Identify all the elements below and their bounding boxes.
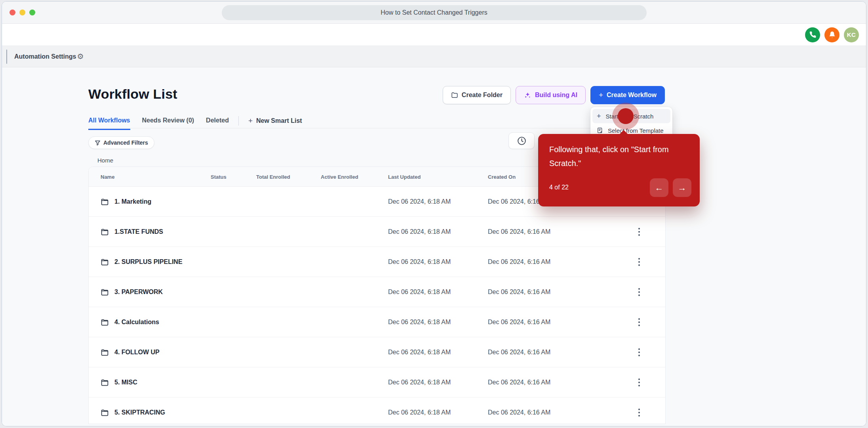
avatar-initials: KC [847,31,856,38]
created-on-value: Dec 06 2024, 6:16 AM [488,217,550,247]
tab-deleted[interactable]: Deleted [206,117,229,130]
create-workflow-button[interactable]: + Create Workflow [590,86,665,104]
row-actions-icon[interactable] [634,397,644,424]
last-updated-value: Dec 06 2024, 6:18 AM [388,367,451,397]
row-actions-icon[interactable] [634,367,644,397]
new-smart-list-label: New Smart List [256,117,302,124]
menu-item-label: Select from Template [608,127,664,134]
row-actions-icon[interactable] [634,277,644,307]
tab-bar: All Workflows Needs Review (0) Deleted +… [88,113,665,128]
tooltip-text: Following that, click on "Start from Scr… [549,143,680,170]
next-step-button[interactable]: → [673,178,691,197]
plus-icon: + [599,91,603,99]
phone-icon [809,31,817,38]
folder-name: 3. PAPERWORK [114,289,163,296]
last-updated-value: Dec 06 2024, 6:18 AM [388,247,451,277]
last-updated-value: Dec 06 2024, 6:18 AM [388,397,451,424]
divider [238,116,239,126]
new-smart-list-button[interactable]: + New Smart List [248,117,302,125]
app-header: KC [2,24,866,46]
table-row[interactable]: 4. Calculations Dec 06 2024, 6:18 AM Dec… [89,307,665,337]
created-on-value: Dec 06 2024, 6:16 AM [488,397,550,424]
build-using-ai-label: Build using AI [535,92,577,99]
create-folder-label: Create Folder [462,92,503,99]
folder-name: 1. Marketing [114,198,151,205]
folder-name: 5. MISC [114,379,137,386]
zoom-window-icon[interactable] [29,10,35,15]
row-actions-icon[interactable] [634,307,644,337]
column-header-total-enrolled: Total Enrolled [256,167,290,187]
folder-icon [101,288,109,296]
advanced-filters-button[interactable]: Advanced Filters [88,136,154,149]
tooltip-step-counter: 4 of 22 [549,184,569,191]
tab-needs-review[interactable]: Needs Review (0) [142,117,194,130]
sparkles-icon [524,92,531,99]
created-on-value: Dec 06 2024, 6:16 AM [488,307,550,337]
table-row[interactable]: 1.STATE FUNDS Dec 06 2024, 6:18 AM Dec 0… [89,217,665,247]
column-header-last-updated: Last Updated [388,167,421,187]
table-body: 1. Marketing Dec 06 2024, 6:18 AM Dec 06… [89,187,665,424]
folder-name: 4. FOLLOW UP [114,349,160,356]
clock-icon [517,136,527,146]
last-updated-value: Dec 06 2024, 6:18 AM [388,217,451,247]
build-using-ai-button[interactable]: Build using AI [516,86,586,104]
last-updated-value: Dec 06 2024, 6:18 AM [388,277,451,307]
template-icon [597,127,603,134]
column-header-created-on: Created On [488,167,516,187]
folder-name: 4. Calculations [114,319,159,326]
automation-settings-label: Automation Settings [14,53,76,60]
minimize-window-icon[interactable] [19,10,25,15]
table-row[interactable]: 5. MISC Dec 06 2024, 6:18 AM Dec 06 2024… [89,367,665,397]
table-row[interactable]: 5. SKIPTRACING Dec 06 2024, 6:18 AM Dec … [89,397,665,424]
table-row[interactable]: 2. SURPLUS PIPELINE Dec 06 2024, 6:18 AM… [89,247,665,277]
folder-icon [101,378,109,387]
create-workflow-label: Create Workflow [607,92,657,99]
last-updated-value: Dec 06 2024, 6:18 AM [388,337,451,367]
toolbar: Create Folder Build using AI + Create Wo… [443,86,665,104]
arrow-left-icon: ← [655,183,664,193]
close-window-icon[interactable] [10,10,15,15]
previous-step-button[interactable]: ← [650,178,668,197]
funnel-icon [95,140,101,146]
main-content: Workflow List Create Folder Build using … [2,67,866,426]
gear-icon[interactable]: ⚙ [77,53,84,60]
row-actions-icon[interactable] [634,337,644,367]
created-on-value: Dec 06 2024, 6:16 AM [488,337,550,367]
phone-button[interactable] [805,27,820,42]
plus-icon: + [597,112,601,120]
table-row[interactable]: 4. FOLLOW UP Dec 06 2024, 6:18 AM Dec 06… [89,337,665,367]
settings-bar: Automation Settings ⚙ [2,46,866,67]
window-title: How to Set Contact Changed Triggers [381,9,487,16]
tooltip-arrow-icon [619,130,628,135]
row-actions-icon[interactable] [634,217,644,247]
last-updated-value: Dec 06 2024, 6:18 AM [388,187,451,217]
row-actions-icon[interactable] [634,247,644,277]
folder-name: 2. SURPLUS PIPELINE [114,258,183,266]
breadcrumb[interactable]: Home [97,157,113,164]
browser-tab-title[interactable]: How to Set Contact Changed Triggers [222,5,647,20]
bell-icon [828,31,836,38]
arrow-right-icon: → [678,183,687,193]
guide-tooltip: Following that, click on "Start from Scr… [538,134,700,206]
column-header-status: Status [211,167,227,187]
folder-icon [101,258,109,266]
plus-icon: + [248,117,253,125]
folder-icon [101,318,109,327]
avatar[interactable]: KC [844,27,859,42]
folder-icon [101,409,109,417]
app-window: How to Set Contact Changed Triggers KC A… [2,1,866,426]
create-folder-button[interactable]: Create Folder [443,86,511,104]
history-button[interactable] [508,132,535,149]
last-updated-value: Dec 06 2024, 6:18 AM [388,307,451,337]
folder-icon [101,198,109,206]
created-on-value: Dec 06 2024, 6:16 AM [488,277,550,307]
tab-all-workflows[interactable]: All Workflows [88,117,130,130]
folder-icon [101,348,109,357]
table-row[interactable]: 3. PAPERWORK Dec 06 2024, 6:18 AM Dec 06… [89,277,665,307]
window-controls [10,2,35,23]
column-header-active-enrolled: Active Enrolled [321,167,358,187]
notifications-button[interactable] [824,27,839,42]
folder-name: 5. SKIPTRACING [114,409,165,416]
folder-icon [451,92,458,99]
created-on-value: Dec 06 2024, 6:16 AM [488,247,550,277]
